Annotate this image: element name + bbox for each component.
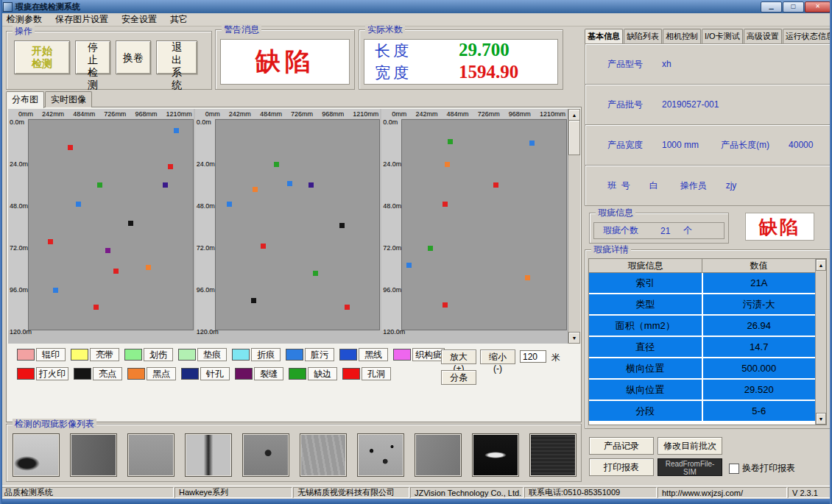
scroll-up-icon[interactable]: ▲ [568, 109, 580, 121]
defect-point [76, 202, 81, 207]
width-label: 宽度 [375, 63, 438, 83]
stop-button[interactable]: 停止检测 [75, 40, 110, 74]
right-tab-6[interactable]: 运行状态信息 [783, 29, 832, 43]
scroll-down-icon[interactable]: ▼ [568, 332, 580, 344]
defect-detail-group: 瑕疵详情 瑕疵信息数值索引21A类型污渍-大面积（mm2）26.94直径14.7… [585, 249, 831, 429]
legend-swatch [17, 368, 35, 380]
panel-body: 0.0m24.0m48.0m72.0m96.0m120.0m [195, 118, 381, 330]
print-report-button[interactable]: 打印报表 [589, 458, 654, 476]
plot-area: 0mm242mm484mm726mm968mm1210mm0.0m24.0m48… [8, 109, 580, 344]
table-scroll-down-icon[interactable]: ▼ [816, 413, 826, 425]
defect-table-cell: 分段 [589, 401, 703, 421]
defect-thumbnail[interactable] [127, 433, 174, 477]
defect-thumbnail[interactable] [357, 433, 404, 477]
defect-info-group-label: 瑕疵信息 [596, 207, 635, 218]
y-tick-label: 0.0m [383, 118, 398, 126]
legend-label: 垫痕 [197, 348, 227, 361]
status-cell-3: 无锡精质视觉科技有限公司 [293, 487, 409, 498]
right-tab-1[interactable]: 基本信息 [585, 29, 623, 43]
legend-label: 裂缝 [254, 367, 283, 380]
defect-count-label: 瑕疵个数 [603, 224, 638, 237]
defect-thumbnail[interactable] [70, 433, 117, 477]
y-tick-label: 96.0m [197, 286, 215, 294]
close-button[interactable]: ✕ [805, 1, 831, 13]
view-tab-2[interactable]: 实时图像 [45, 91, 92, 107]
x-tick-label: 0mm [392, 110, 406, 118]
right-tab-2[interactable]: 缺陷列表 [624, 29, 662, 43]
roll-button[interactable]: 换卷 [116, 40, 151, 74]
defect-table-row[interactable]: 类型污渍-大 [589, 294, 815, 316]
maximize-button[interactable]: ▢ [783, 1, 804, 13]
zoom-out-button[interactable]: 缩小(-) [480, 349, 515, 364]
legend-swatch [17, 349, 35, 361]
menu-item-1[interactable]: 检测参数 [0, 13, 49, 26]
split-button[interactable]: 分条 [441, 370, 476, 385]
checkbox-icon[interactable] [729, 464, 739, 474]
scroll-thumb[interactable] [568, 120, 580, 155]
defect-table-row[interactable]: 面积（mm2）26.94 [589, 316, 815, 337]
defect-table-row[interactable]: 横向位置500.000 [589, 358, 815, 380]
title-bar: 瑕疵在线检测系统 ▁ ▢ ✕ [0, 0, 832, 13]
minimize-button[interactable]: ▁ [761, 1, 782, 13]
table-scroll-up-icon[interactable]: ▲ [816, 259, 826, 271]
right-tab-4[interactable]: I/O卡测试 [702, 29, 743, 43]
meters-input[interactable] [520, 350, 546, 363]
defect-point [53, 288, 58, 293]
window-bottom-border [0, 499, 832, 504]
defect-thumbnail[interactable] [185, 433, 232, 477]
defect-table-row[interactable]: 直径14.7 [589, 337, 815, 358]
defect-table-row[interactable]: 分段5-6 [589, 401, 815, 422]
legend-swatch [342, 368, 360, 380]
defect-thumbnail[interactable] [472, 433, 519, 477]
x-ruler: 0mm242mm484mm726mm968mm1210mm [8, 109, 194, 118]
right-tab-3[interactable]: 相机控制 [663, 29, 701, 43]
legend-swatch [235, 368, 253, 380]
zoom-in-button[interactable]: 放大(+) [441, 349, 476, 364]
defect-point [339, 223, 345, 228]
view-tab-1[interactable]: 分布图 [6, 91, 44, 108]
plot-vertical-scrollbar[interactable]: ▲ ▼ [568, 109, 580, 344]
read-from-file-button[interactable]: ReadFromFile-SIM [658, 458, 722, 476]
product-info-value: zjy [726, 180, 737, 191]
scatter-panel-1: 0mm242mm484mm726mm968mm1210mm0.0m24.0m48… [8, 109, 194, 344]
defect-thumbnail[interactable] [13, 433, 60, 477]
defect-table-cell: 29.520 [703, 380, 816, 400]
defect-thumbnail[interactable] [300, 433, 347, 477]
operation-group-label: 操作 [13, 26, 35, 36]
table-vertical-scrollbar[interactable]: ▲ ▼ [815, 259, 826, 425]
legend-label: 黑点 [147, 367, 176, 380]
width-row: 宽度 1594.90 [375, 62, 557, 84]
defect-table-row[interactable]: 索引21A [589, 273, 815, 294]
menu-item-3[interactable]: 安全设置 [115, 13, 163, 26]
scatter-panel-2: 0mm242mm484mm726mm968mm1210mm0.0m24.0m48… [195, 109, 381, 344]
status-bar: 品质检测系统Hawkeye系列无锡精质视觉科技有限公司JZVision Tech… [0, 486, 832, 499]
width-value: 1594.90 [459, 62, 540, 82]
window-controls: ▁ ▢ ✕ [760, 1, 831, 13]
defect-point [274, 162, 279, 167]
x-tick-label: 726mm [291, 110, 313, 118]
defect-point [443, 302, 448, 308]
defect-point [68, 145, 73, 150]
defect-thumbnails [7, 425, 581, 477]
defect-thumbnail[interactable] [529, 433, 577, 477]
start-button[interactable]: 开始检测 [14, 40, 70, 74]
right-tab-5[interactable]: 高级设置 [744, 29, 782, 43]
product-info-value: xh [662, 59, 671, 69]
meters-unit-label: 米 [551, 352, 560, 364]
defect-thumbnail[interactable] [242, 433, 289, 477]
legend-item: 黑点 [127, 367, 176, 380]
roll-print-checkbox[interactable]: 换卷打印报表 [729, 462, 795, 475]
defect-point [406, 263, 412, 268]
legend-label: 孔洞 [362, 367, 391, 380]
menu-item-2[interactable]: 保存图片设置 [49, 13, 115, 26]
defect-scatter-plot [401, 119, 567, 330]
x-tick-label: 1210mm [540, 110, 565, 118]
modify-batch-button[interactable]: 修改目前批次 [658, 437, 722, 455]
exit-button[interactable]: 退出系统 [156, 40, 197, 74]
defect-table-row[interactable]: 纵向位置29.520 [589, 380, 815, 401]
product-record-button[interactable]: 产品记录 [589, 437, 654, 455]
menu-item-4[interactable]: 其它 [163, 13, 194, 26]
window-title: 瑕疵在线检测系统 [15, 1, 760, 13]
defect-thumbnail[interactable] [415, 433, 462, 477]
right-panel-tabs: 基本信息缺陷列表相机控制I/O卡测试高级设置运行状态信息 [585, 29, 831, 43]
